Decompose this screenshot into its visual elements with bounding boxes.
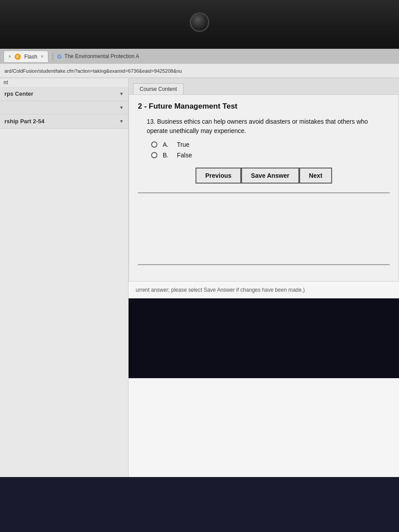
chevron-down-icon2: ▼ — [119, 105, 124, 110]
page-bottom-dark — [129, 298, 399, 378]
address-text: ard/ColdFusion/student/take.cfm?action=t… — [4, 68, 182, 74]
sidebar-rps-label: rps Center — [4, 90, 33, 97]
option-b-text: False — [177, 152, 192, 159]
top-dark-bar — [0, 0, 399, 49]
radio-a[interactable] — [151, 141, 157, 148]
main-content: Course Content 2 - Future Management Tes… — [129, 78, 399, 477]
option-a-letter: A. — [163, 141, 172, 148]
answer-option-b[interactable]: B. False — [138, 152, 390, 159]
tab-close-x1[interactable]: × — [8, 54, 11, 59]
sidebar-item-rps[interactable]: rps Center ▼ — [0, 87, 128, 101]
flash-tab[interactable]: × F Flash × — [4, 51, 48, 62]
question-number: 13. — [147, 118, 155, 125]
radio-b[interactable] — [151, 152, 157, 158]
course-content-label: Course Content — [140, 86, 177, 92]
question-text: 13. Business ethics can help owners avoi… — [138, 117, 390, 136]
course-content-tab[interactable]: Course Content — [133, 83, 184, 94]
flash-tab-label: Flash — [24, 54, 37, 60]
next-button[interactable]: Next — [299, 168, 332, 184]
sidebar-rship-label: rship Part 2-54 — [4, 118, 44, 125]
google-g-icon: G — [57, 53, 62, 60]
answer-option-a[interactable]: A. True — [138, 141, 390, 148]
flash-icon: F — [15, 54, 21, 60]
sidebar-item-empty[interactable]: ▼ — [0, 101, 128, 114]
option-b-letter: B. — [163, 152, 172, 159]
empty-area — [138, 202, 390, 255]
test-title: 2 - Future Management Test — [138, 102, 390, 111]
previous-button[interactable]: Previous — [196, 168, 241, 184]
address-bar[interactable]: ard/ColdFusion/student/take.cfm?action=t… — [0, 64, 399, 78]
tab-bar: × F Flash × | G The Environmental Protec… — [0, 49, 399, 64]
tab-divider: | — [52, 52, 54, 60]
nt-label: nt — [0, 78, 128, 87]
question-body: Business ethics can help owners avoid di… — [147, 118, 368, 134]
browser-chrome: × F Flash × | G The Environmental Protec… — [0, 49, 399, 78]
webcam-circle — [190, 12, 209, 32]
divider-line2 — [138, 264, 390, 265]
google-tab-label: The Environmental Protection A — [64, 53, 139, 59]
content-body: 2 - Future Management Test 13. Business … — [129, 94, 399, 282]
google-tab[interactable]: G The Environmental Protection A — [57, 53, 139, 60]
chevron-down-icon: ▼ — [119, 91, 124, 96]
chevron-down-icon3: ▼ — [119, 119, 124, 124]
sidebar: nt rps Center ▼ ▼ rship Part 2-54 ▼ — [0, 78, 129, 477]
save-answer-button[interactable]: Save Answer — [241, 168, 299, 184]
button-row: Previous Save Answer Next — [138, 168, 390, 184]
sidebar-item-rship[interactable]: rship Part 2-54 ▼ — [0, 114, 128, 129]
flash-tab-close[interactable]: × — [41, 54, 43, 59]
footer-status: urrent answer; please select Save Answer… — [129, 282, 399, 298]
option-a-text: True — [177, 141, 189, 148]
divider-line — [138, 192, 390, 193]
question-block: 13. Business ethics can help owners avoi… — [138, 117, 390, 159]
footer-status-text: urrent answer; please select Save Answer… — [136, 287, 305, 293]
